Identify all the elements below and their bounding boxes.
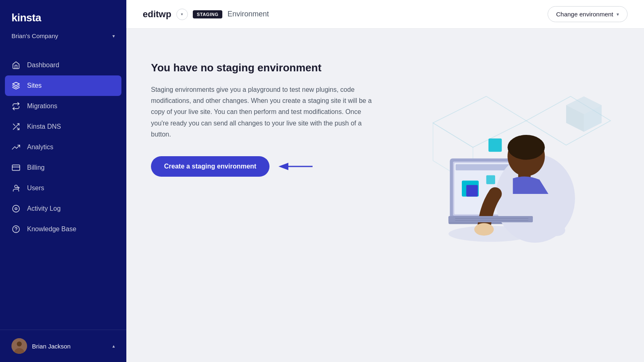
arrow-indicator [278, 160, 315, 173]
svg-point-36 [548, 225, 565, 236]
svg-rect-4 [12, 165, 20, 170]
sidebar-item-migrations-label: Migrations [27, 102, 57, 110]
sidebar-item-kinsta-dns-label: Kinsta DNS [27, 123, 61, 130]
logo: kinsta [11, 11, 41, 24]
sidebar-item-activity-log[interactable]: Activity Log [0, 198, 126, 219]
cta-area: Create a staging environment [151, 156, 373, 177]
svg-point-10 [15, 208, 17, 210]
sidebar-item-analytics[interactable]: Analytics [0, 137, 126, 157]
analytics-icon [11, 143, 21, 152]
user-chevron-icon: ▴ [112, 343, 115, 349]
page-title: You have no staging environment [151, 61, 373, 74]
svg-point-35 [474, 223, 494, 235]
main-content: editwp ▾ STAGING Environment Change envi… [126, 0, 644, 362]
env-label: Environment [227, 10, 269, 18]
knowledge-base-icon [11, 225, 21, 234]
page-header: editwp ▾ STAGING Environment Change envi… [126, 0, 644, 29]
sidebar: kinsta Brian's Company ▾ Dashboard [0, 0, 126, 362]
company-chevron-icon: ▾ [112, 33, 115, 39]
users-icon [11, 184, 21, 193]
page-description: Staging environments give you a playgrou… [151, 84, 373, 140]
dns-icon [11, 122, 21, 131]
activity-log-icon [11, 204, 21, 213]
sidebar-nav: Dashboard Sites Migration [0, 52, 126, 330]
sidebar-item-knowledge-base[interactable]: Knowledge Base [0, 219, 126, 239]
svg-rect-37 [448, 216, 533, 222]
svg-marker-0 [13, 82, 20, 86]
user-info: Brian Jackson [11, 338, 71, 354]
svg-point-33 [507, 135, 545, 160]
page-content: You have no staging environment Staging … [126, 29, 644, 362]
sidebar-item-sites-label: Sites [27, 82, 42, 89]
company-name: Brian's Company [11, 32, 58, 39]
header-left: editwp ▾ STAGING Environment [143, 9, 269, 20]
sidebar-item-analytics-label: Analytics [27, 143, 53, 151]
sidebar-item-billing[interactable]: Billing [0, 157, 126, 178]
sidebar-item-sites[interactable]: Sites [5, 75, 121, 96]
content-left: You have no staging environment Staging … [151, 61, 373, 177]
avatar [11, 338, 27, 354]
site-name: editwp [143, 9, 171, 20]
user-profile[interactable]: Brian Jackson ▴ [0, 330, 126, 362]
sidebar-item-dashboard[interactable]: Dashboard [0, 55, 126, 75]
svg-point-9 [13, 205, 20, 212]
svg-rect-29 [486, 175, 495, 184]
billing-icon [11, 163, 21, 172]
site-dropdown-chevron-icon: ▾ [181, 12, 183, 16]
sidebar-item-kinsta-dns[interactable]: Kinsta DNS [0, 116, 126, 137]
sidebar-item-dashboard-label: Dashboard [27, 61, 59, 69]
svg-rect-28 [466, 185, 478, 196]
migrations-icon [11, 102, 21, 111]
svg-point-14 [17, 342, 22, 346]
user-name: Brian Jackson [32, 343, 71, 350]
company-selector[interactable]: Brian's Company ▾ [0, 32, 126, 52]
svg-point-6 [15, 185, 18, 188]
svg-rect-30 [489, 139, 502, 152]
sidebar-item-knowledge-base-label: Knowledge Base [27, 225, 76, 233]
sidebar-item-users-label: Users [27, 184, 44, 192]
layers-icon [11, 81, 21, 90]
logo-area: kinsta [0, 0, 126, 32]
site-dropdown-button[interactable]: ▾ [176, 9, 188, 20]
staging-illustration [397, 70, 619, 265]
env-badge: STAGING [193, 10, 223, 18]
illustration-area [397, 61, 619, 265]
sidebar-item-migrations[interactable]: Migrations [0, 96, 126, 116]
sidebar-item-billing-label: Billing [27, 164, 45, 171]
change-environment-button[interactable]: Change environment ▾ [548, 6, 628, 22]
sidebar-item-activity-log-label: Activity Log [27, 205, 61, 212]
sidebar-item-users[interactable]: Users [0, 178, 126, 198]
create-staging-button[interactable]: Create a staging environment [151, 156, 269, 177]
change-env-chevron-icon: ▾ [617, 11, 619, 17]
home-icon [11, 61, 21, 70]
svg-line-3 [13, 124, 15, 125]
change-env-label: Change environment [556, 11, 613, 18]
